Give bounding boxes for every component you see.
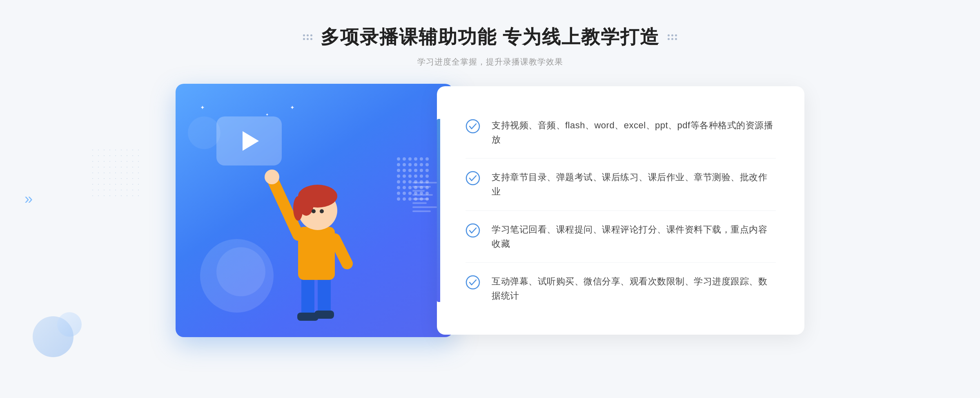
illus-dot [397,163,400,166]
deco-stripes [412,182,437,212]
content-area: ✦ ✦ ✦ [0,84,980,337]
main-title: 多项录播课辅助功能 专为线上教学打造 [321,25,660,50]
grid-dot [671,34,673,36]
stripe-line [412,182,437,183]
feature-item: 学习笔记回看、课程提问、课程评论打分、课件资料下载，重点内容收藏 [466,211,776,263]
illus-dot [403,192,406,195]
left-dot-grid [303,34,312,40]
illus-dot [403,180,406,183]
illus-dot [403,197,406,201]
features-list: 支持视频、音频、flash、word、excel、ppt、pdf等各种格式的资源… [466,107,776,315]
grid-dot [675,34,677,36]
illus-dot [397,180,400,183]
stripe-line [412,190,425,192]
illus-dot [397,186,400,189]
grid-dot [671,38,673,40]
illus-dot [425,169,429,172]
illus-dot [414,169,417,172]
illus-dot [408,157,412,161]
header-section: 多项录播课辅助功能 专为线上教学打造 学习进度全掌握，提升录播课教学效果 [0,0,980,84]
illus-dot [425,163,429,166]
svg-line-6 [335,239,347,264]
grid-dot [303,34,305,36]
illus-dot [425,174,429,178]
grid-dot [675,38,677,40]
deco-circle-small [188,116,220,149]
star-decoration: ✦ [290,104,295,111]
svg-point-12 [320,209,324,213]
grid-dot [307,38,309,40]
illus-dot [397,192,400,195]
svg-rect-1 [318,276,331,315]
feature-item: 支持视频、音频、flash、word、excel、ppt、pdf等各种格式的资源… [466,107,776,159]
features-card: 支持视频、音频、flash、word、excel、ppt、pdf等各种格式的资源… [437,86,804,335]
svg-point-15 [466,172,479,185]
illus-dot [420,169,423,172]
svg-point-11 [312,209,316,213]
subtitle: 学习进度全掌握，提升录播课教学效果 [0,56,980,67]
grid-dot [307,34,309,36]
illus-dot [425,157,429,161]
svg-point-13 [293,196,303,221]
illus-dot [397,197,400,201]
grid-dot [668,34,670,36]
feature-item: 支持章节目录、弹题考试、课后练习、课后作业、章节测验、批改作业 [466,159,776,210]
check-circle-icon [466,119,480,134]
svg-point-14 [466,120,479,133]
feature-text: 学习笔记回看、课程提问、课程评论打分、课件资料下载，重点内容收藏 [492,222,776,251]
check-circle-icon [466,275,480,290]
illus-dot [408,174,412,178]
svg-point-7 [265,170,279,184]
illus-dot [397,174,400,178]
illus-dot [397,157,400,161]
grid-dot [310,38,312,40]
features-left-stripe [437,119,440,302]
feature-text: 支持章节目录、弹题考试、课后练习、课后作业、章节测验、批改作业 [492,170,776,199]
illus-dot [403,163,406,166]
header-decorators: 多项录播课辅助功能 专为线上教学打造 [0,25,980,50]
illustration-card: ✦ ✦ ✦ [176,84,453,337]
stripe-line [412,210,431,212]
stripe-line [412,186,431,188]
illus-dot [403,157,406,161]
check-circle-icon [466,223,480,238]
illus-dot [408,192,412,195]
star-decoration: ✦ [265,112,269,117]
illus-dot [408,180,412,183]
illus-dot [420,163,423,166]
svg-point-17 [466,276,479,289]
illus-dot [403,186,406,189]
illus-dot [397,169,400,172]
illus-dot [403,169,406,172]
illus-dot [408,169,412,172]
stripe-line [412,198,429,200]
illus-dot [408,163,412,166]
svg-point-16 [466,224,479,237]
illus-dot [408,197,412,201]
illus-dot [403,174,406,178]
grid-dot [668,38,670,40]
stripe-line [412,206,437,208]
star-decoration: ✦ [200,104,205,111]
svg-rect-3 [314,311,334,319]
stripe-line [412,194,433,196]
grid-dot [310,34,312,36]
illus-dot [420,157,423,161]
feature-text: 支持视频、音频、flash、word、excel、ppt、pdf等各种格式的资源… [492,118,776,147]
illus-dot [414,157,417,161]
illus-dot [408,186,412,189]
check-circle-icon [466,171,480,186]
feature-text: 互动弹幕、试听购买、微信分享、观看次数限制、学习进度跟踪、数据统计 [492,274,776,303]
illus-dot [414,174,417,178]
feature-item: 互动弹幕、试听购买、微信分享、观看次数限制、学习进度跟踪、数据统计 [466,263,776,314]
person-illustration [249,133,380,337]
illus-dot [420,174,423,178]
svg-rect-0 [301,276,314,317]
illus-dot [414,163,417,166]
grid-dot [303,38,305,40]
stripe-line [412,202,427,204]
right-dot-grid [668,34,677,40]
